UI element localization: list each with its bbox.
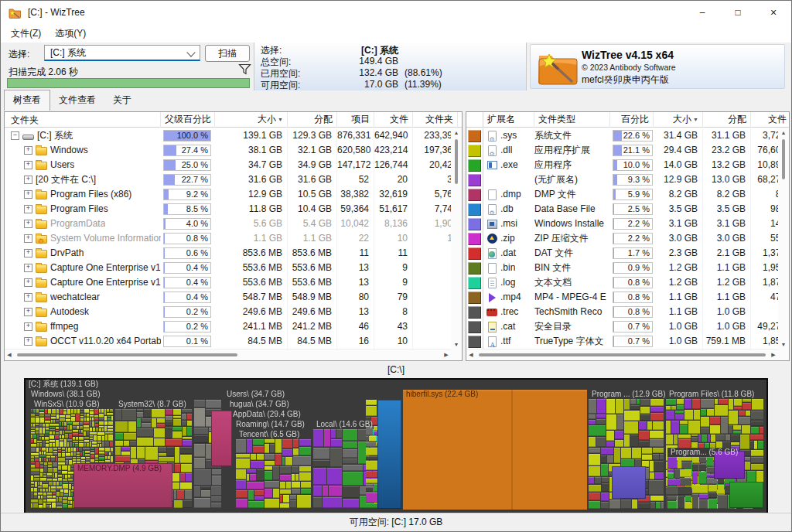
maximize-button[interactable]: □ [720,1,756,24]
extension-row[interactable]: .sys系统文件22.6 %31.4 GB31.1 GB3,728 [466,128,789,143]
extension-row[interactable]: .cat安全目录0.7 %1.0 GB1.0 GB49,277 [466,319,789,334]
extension-row[interactable]: .zipZIP 压缩文件2.2 %3.0 GB3.0 GB558 [466,231,789,246]
size-cell: 1.0 GB [654,334,703,349]
ext-column-header-2[interactable]: 文件类型 [534,112,610,128]
ext-column-header-5[interactable]: 分配 [703,112,751,128]
extension-row[interactable]: .log文本文档0.8 %1.2 GB1.2 GB1,877 [466,275,789,290]
ext-column-header-1[interactable]: 扩展名 [483,112,534,128]
column-header-2[interactable]: 大小▼ [215,112,288,128]
expander-icon[interactable]: + [24,249,32,257]
folder-vertical-scrollbar[interactable]: ▲ ▼ [451,128,462,350]
scroll-up-icon[interactable]: ▲ [451,128,462,138]
column-header-4[interactable]: 项目 [337,112,374,128]
close-button[interactable]: × [756,1,791,24]
expander-icon[interactable]: + [24,278,32,287]
expander-icon[interactable]: + [24,322,32,331]
tab-bar: 树查看文件查看关于 [1,90,791,111]
ext-column-header-4[interactable]: 大小▼ [654,112,703,128]
folder-row[interactable]: +[20 文件在 C:\]22.7 %31.6 GB31.6 GB52203 [5,172,462,187]
expander-icon[interactable]: + [24,308,32,316]
expander-icon[interactable]: + [24,220,32,228]
scroll-right-icon[interactable]: ▶ [442,350,451,360]
ext-vertical-scrollbar[interactable]: ▲ ▼ [778,128,789,350]
scrollbar-thumb[interactable] [455,139,458,184]
column-header-5[interactable]: 文件 [374,112,413,128]
scroll-right-icon[interactable]: ▶ [769,350,778,360]
expander-icon[interactable]: + [24,176,32,184]
extension-row[interactable]: .dbData Base File2.5 %3.5 GB3.5 GB983 [466,202,789,217]
folder-name: System Volume Information [50,231,161,246]
expander-icon[interactable]: + [24,146,32,155]
expander-icon[interactable]: + [24,264,32,272]
folder-row[interactable]: +Capture One Enterprise v15.30.4 %553.6 … [5,275,462,290]
scrollbar-thumb[interactable] [17,353,237,356]
scroll-down-icon[interactable]: ▼ [778,340,789,350]
column-header-3[interactable]: 分配 [288,112,337,128]
scroll-left-icon[interactable]: ◀ [5,350,14,360]
extension-row[interactable]: .binBIN 文件0.9 %1.2 GB1.1 GB1,953 [466,261,789,275]
folder-row[interactable]: +DrvPath0.6 %853.6 MB853.6 MB1111 [5,246,462,261]
scroll-up-icon[interactable]: ▲ [778,128,789,138]
extension-row[interactable]: .msiWindows Installe2.2 %3.1 GB3.1 GB148 [466,217,789,231]
extension-row[interactable]: .trecTechSmith Reco0.8 %1.1 GB1.0 GB9 [466,305,789,319]
expander-icon[interactable]: + [24,190,32,199]
percent-bar-fill [613,160,617,170]
folder-row[interactable]: +ProgramData4.0 %5.6 GB5.4 GB10,0428,136… [5,217,462,231]
expander-icon[interactable]: + [24,293,32,302]
column-header-0[interactable]: 文件夹 [5,112,161,128]
size-cell: 1.0 GB [654,319,703,334]
folder-row[interactable]: +ffmpeg0.2 %241.1 MB241.2 MB4643 [5,319,462,334]
extension-row[interactable]: (无扩展名)9.3 %12.9 GB13.0 GB68,276 [466,172,789,187]
ext-column-header-0[interactable] [466,112,483,128]
chevron-down-icon [186,48,195,56]
tab-树查看[interactable]: 树查看 [4,90,50,111]
folder-row[interactable]: +System Volume Information0.8 %1.1 GB1.1… [5,231,462,246]
folder-horizontal-scrollbar[interactable]: ◀ ▶ [5,349,451,360]
drive-combobox[interactable]: [C:] 系统 [44,45,200,61]
scroll-down-icon[interactable]: ▼ [451,340,462,350]
minimize-button[interactable]: – [684,1,720,24]
folder-row[interactable]: +Program Files8.5 %11.8 GB10.4 GB59,3645… [5,202,462,217]
extension-row[interactable]: .ttfTrueType 字体文0.7 %1.0 GB759.1 MB1,856 [466,334,789,349]
extension-row[interactable]: .dll应用程序扩展21.1 %29.4 GB23.2 GB76,601 [466,143,789,158]
extension-row[interactable]: .exe应用程序10.0 %14.0 GB13.2 GB10,899 [466,158,789,172]
folder-row[interactable]: +Autodesk0.2 %249.6 MB249.6 MB138 [5,305,462,319]
expander-icon[interactable]: + [24,337,32,346]
extension-row[interactable]: .datDAT 文件1.7 %2.3 GB2.1 GB1,372 [466,246,789,261]
extension-row[interactable]: .dmpDMP 文件5.9 %8.2 GB8.2 GB86 [466,187,789,202]
menu-item-1[interactable]: 选项(Y) [48,25,93,43]
tab-文件查看[interactable]: 文件查看 [50,90,104,111]
folder-row[interactable]: +Users25.0 %34.7 GB34.9 GB147,172126,744… [5,158,462,172]
percent-text: 0.4 % [186,292,208,302]
folder-row[interactable]: +Program Files (x86)9.2 %12.9 GB10.5 GB3… [5,187,462,202]
folder-row[interactable]: +OCCT v11.0.20 x64 Portable0.1 %84.5 MB8… [5,334,462,349]
extension-row[interactable]: .mp4MP4 - MPEG-4 E0.8 %1.1 GB1.1 GB471 [466,290,789,305]
scrollbar-thumb[interactable] [479,353,766,356]
filter-funnel-icon[interactable] [238,63,251,78]
expander-icon[interactable]: + [24,161,32,169]
percent-cell: 2.2 % [610,217,654,231]
expander-icon[interactable]: + [24,234,32,243]
ext-column-header-6[interactable]: 文件 [751,112,790,128]
summary-row: 可用空间:17.0 GB(11.39%) [254,79,526,90]
percent-bar: 2.2 % [613,218,653,230]
percent-text: 2.2 % [628,234,650,244]
treemap-canvas[interactable] [26,380,766,513]
ext-horizontal-scrollbar[interactable]: ◀ ▶ [466,349,778,360]
filetype-icon-cell [483,290,500,305]
column-header-1[interactable]: 父级百分比 [161,112,215,128]
scrollbar-thumb[interactable] [782,139,785,179]
expander-icon[interactable]: + [24,205,32,213]
scan-button[interactable]: 扫描 [205,45,250,62]
column-header-6[interactable]: 文件夹 [413,112,458,128]
treemap[interactable] [24,378,768,514]
scroll-left-icon[interactable]: ◀ [466,350,476,360]
folder-row[interactable]: +Capture One Enterprise v15.30.4 %553.6 … [5,261,462,275]
folder-row[interactable]: +Windows27.4 %38.1 GB32.1 GB620,580423,2… [5,143,462,158]
expander-icon[interactable]: − [11,131,19,140]
folder-row[interactable]: +wechatclear0.4 %548.7 MB548.9 MB8079 [5,290,462,305]
folder-row[interactable]: −[C:] 系统100.0 %139.1 GB129.3 GB876,33164… [5,128,462,143]
tab-关于[interactable]: 关于 [104,90,140,111]
ext-column-header-3[interactable]: 百分比 [610,112,654,128]
menu-item-0[interactable]: 文件(Z) [4,25,48,43]
